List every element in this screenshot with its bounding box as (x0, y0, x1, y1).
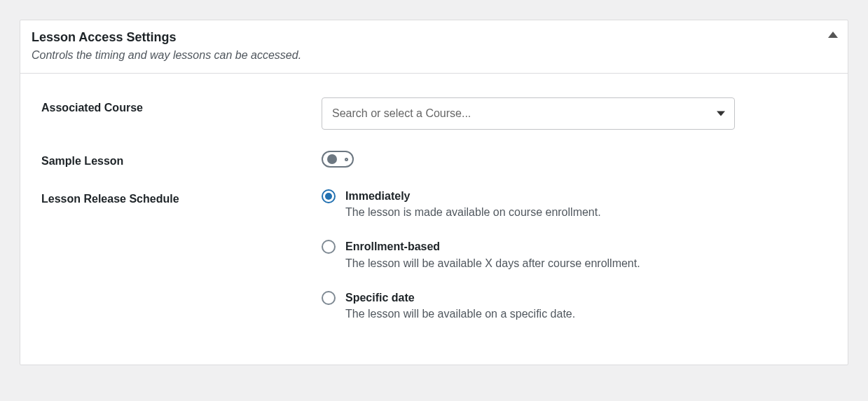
associated-course-control: Search or select a Course... (322, 97, 735, 130)
radio-option-enrollment[interactable]: Enrollment-based The lesson will be avai… (322, 239, 735, 271)
radio-button-specific[interactable] (322, 291, 336, 305)
release-schedule-radios: Immediately The lesson is made available… (322, 189, 735, 322)
settings-panel: Lesson Access Settings Controls the timi… (20, 20, 848, 365)
radio-button-enrollment[interactable] (322, 240, 336, 254)
course-select[interactable]: Search or select a Course... (322, 97, 735, 130)
panel-title: Lesson Access Settings (32, 30, 836, 45)
radio-option-immediately[interactable]: Immediately The lesson is made available… (322, 189, 735, 221)
page-root: Lesson Access Settings Controls the timi… (0, 0, 868, 385)
panel-body: Associated Course Search or select a Cou… (20, 74, 848, 365)
radio-title: Enrollment-based (345, 239, 640, 254)
sample-lesson-toggle[interactable] (322, 151, 354, 168)
field-associated-course: Associated Course Search or select a Cou… (41, 97, 827, 130)
release-schedule-label: Lesson Release Schedule (41, 189, 322, 205)
radio-desc: The lesson is made available on course e… (345, 204, 601, 221)
field-sample-lesson: Sample Lesson (41, 151, 827, 168)
release-schedule-control: Immediately The lesson is made available… (322, 189, 735, 322)
field-release-schedule: Lesson Release Schedule Immediately The … (41, 189, 827, 322)
panel-subtitle: Controls the timing and way lessons can … (32, 49, 836, 62)
associated-course-label: Associated Course (41, 97, 322, 114)
panel-header: Lesson Access Settings Controls the timi… (20, 20, 848, 74)
radio-texts: Immediately The lesson is made available… (345, 189, 601, 221)
toggle-knob (327, 154, 337, 164)
collapse-toggle-icon[interactable] (828, 32, 838, 38)
radio-desc: The lesson will be available X days afte… (345, 255, 640, 272)
radio-texts: Enrollment-based The lesson will be avai… (345, 239, 640, 271)
radio-title: Specific date (345, 290, 575, 306)
radio-texts: Specific date The lesson will be availab… (345, 290, 575, 322)
course-select-input[interactable]: Search or select a Course... (322, 97, 735, 130)
radio-desc: The lesson will be available on a specif… (345, 306, 575, 322)
toggle-off-indicator-icon (345, 158, 348, 161)
radio-title: Immediately (345, 189, 601, 204)
sample-lesson-label: Sample Lesson (41, 151, 322, 168)
sample-lesson-control (322, 151, 735, 168)
radio-button-immediately[interactable] (322, 189, 336, 203)
radio-option-specific[interactable]: Specific date The lesson will be availab… (322, 290, 735, 322)
